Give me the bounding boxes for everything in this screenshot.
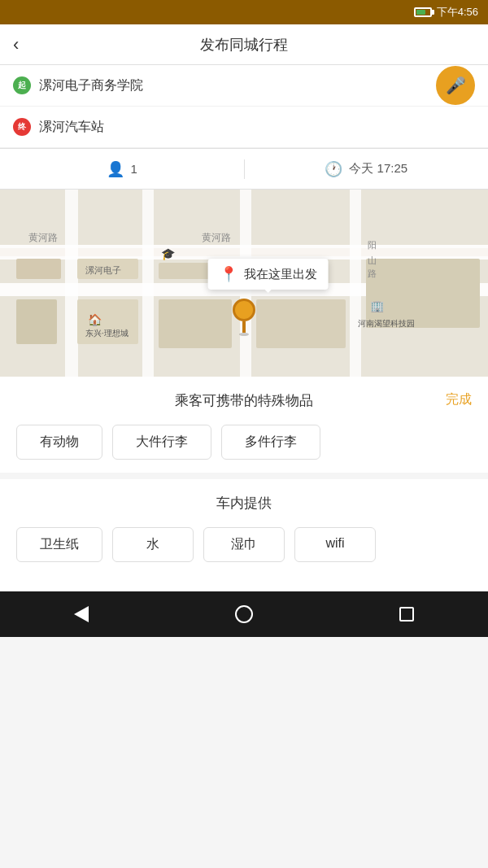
incar-items-grid: 卫生纸 水 湿巾 wifi (0, 524, 488, 575)
nav-bar (0, 591, 488, 637)
svg-text:东兴·理想城: 东兴·理想城 (85, 329, 129, 338)
svg-rect-4 (65, 190, 78, 377)
nav-back-button[interactable] (57, 598, 106, 630)
passenger-count: 1 (131, 162, 137, 176)
passenger-info[interactable]: 👤 1 (0, 160, 244, 178)
svg-rect-14 (256, 299, 346, 348)
large-luggage-tag[interactable]: 大件行李 (112, 425, 211, 460)
svg-rect-15 (366, 259, 480, 328)
svg-rect-8 (16, 259, 61, 279)
wet-wipes-tag[interactable]: 湿巾 (203, 527, 285, 562)
status-bar: 下午4:56 (0, 0, 488, 24)
nav-home-button[interactable] (220, 598, 268, 630)
route-section: 起 漯河电子商务学院 🎤 终 漯河汽车站 (0, 65, 488, 149)
svg-rect-7 (350, 190, 361, 377)
svg-text:🎓: 🎓 (161, 247, 176, 261)
svg-rect-5 (142, 190, 154, 377)
nav-home-icon (235, 605, 253, 623)
section-divider (0, 473, 488, 479)
page-title: 发布同城行程 (200, 35, 288, 55)
start-location-text: 漯河电子商务学院 (39, 77, 475, 94)
svg-text:🏢: 🏢 (370, 299, 385, 313)
incar-items-section-header: 车内提供 (0, 479, 488, 524)
end-route-row[interactable]: 终 漯河汽车站 (0, 107, 488, 148)
start-route-row[interactable]: 起 漯河电子商务学院 🎤 (0, 65, 488, 107)
map-area[interactable]: 黄河路 黄河路 阳 山 路 漯河电子 🎓 🏠 东兴·理想城 🏢 河南渴望科技园 … (0, 190, 488, 377)
clock-icon: 🕐 (325, 160, 342, 178)
departure-time: 今天 17:25 (349, 161, 407, 177)
map-popup: 📍 我在这里出发 (208, 259, 329, 290)
nav-recent-button[interactable] (382, 598, 431, 630)
voice-button[interactable]: 🎤 (436, 66, 475, 105)
svg-rect-13 (159, 299, 232, 348)
popup-text: 我在这里出发 (244, 267, 317, 282)
nav-square-icon (399, 607, 414, 622)
start-dot: 起 (13, 76, 31, 94)
battery-icon (414, 7, 432, 17)
svg-text:黄河路: 黄河路 (28, 232, 58, 243)
nav-back-icon (74, 606, 89, 622)
svg-text:🏠: 🏠 (88, 313, 102, 327)
microphone-icon: 🎤 (446, 76, 466, 95)
end-location-text: 漯河汽车站 (39, 119, 475, 136)
animal-tag[interactable]: 有动物 (16, 425, 102, 460)
svg-rect-11 (16, 299, 57, 344)
svg-text:河南渴望科技园: 河南渴望科技园 (358, 319, 415, 328)
info-bar: 👤 1 🕐 今天 17:25 (0, 149, 488, 190)
special-items-grid: 有动物 大件行李 多件行李 (0, 421, 488, 473)
incar-items-title: 车内提供 (216, 495, 272, 511)
tissue-tag[interactable]: 卫生纸 (16, 527, 102, 562)
special-items-title: 乘客可携带的特殊物品 (175, 393, 313, 408)
bottom-panel: 乘客可携带的特殊物品 完成 有动物 大件行李 多件行李 车内提供 卫生纸 水 湿… (0, 377, 488, 591)
time-info[interactable]: 🕐 今天 17:25 (245, 160, 489, 178)
water-tag[interactable]: 水 (112, 527, 194, 562)
svg-text:漯河电子: 漯河电子 (85, 265, 121, 275)
multi-luggage-tag[interactable]: 多件行李 (221, 425, 320, 460)
svg-text:黄河路: 黄河路 (202, 232, 231, 243)
status-bar-right: 下午4:56 (414, 5, 478, 20)
header: ‹ 发布同城行程 (0, 24, 488, 65)
done-button[interactable]: 完成 (446, 390, 472, 408)
map-location-pin (233, 299, 255, 336)
status-time: 下午4:56 (437, 5, 478, 20)
wifi-tag[interactable]: wifi (294, 527, 376, 562)
back-button[interactable]: ‹ (13, 36, 19, 54)
popup-pin-icon: 📍 (220, 265, 237, 283)
special-items-section-header: 乘客可携带的特殊物品 完成 (0, 377, 488, 421)
person-icon: 👤 (107, 160, 124, 178)
end-dot: 终 (13, 118, 31, 136)
